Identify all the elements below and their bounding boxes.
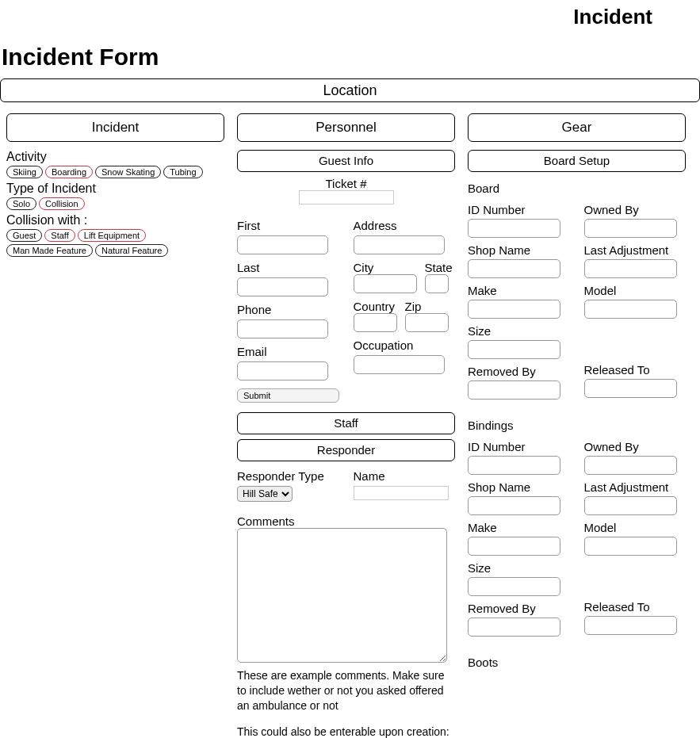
zip-label: Zip <box>405 300 449 313</box>
city-label: City <box>354 261 417 274</box>
state-input[interactable] <box>425 274 449 293</box>
board-id-input[interactable] <box>468 219 560 238</box>
staff-button[interactable]: Staff <box>237 412 455 434</box>
pill-collision[interactable]: Collision <box>39 197 85 210</box>
bindings-title: Bindings <box>468 419 686 432</box>
pill-staff[interactable]: Staff <box>44 229 75 242</box>
pill-guest[interactable]: Guest <box>6 229 42 242</box>
board-released-label: Released To <box>584 363 687 377</box>
pill-natural-feature[interactable]: Natural Feature <box>95 244 168 257</box>
type-pills: Solo Collision <box>6 197 224 210</box>
board-owned-input[interactable] <box>584 219 677 238</box>
board-adj-label: Last Adjustment <box>584 243 687 257</box>
bindings-id-label: ID Number <box>468 440 570 453</box>
bindings-adj-input[interactable] <box>584 496 677 515</box>
bindings-released-label: Released To <box>584 600 687 614</box>
board-model-input[interactable] <box>584 300 677 319</box>
last-input[interactable] <box>237 277 328 296</box>
responder-name-label: Name <box>354 469 456 483</box>
last-label: Last <box>237 261 339 274</box>
gear-column: Gear Board Setup Board ID Number Shop Na… <box>468 113 686 738</box>
board-owned-label: Owned By <box>584 203 687 216</box>
bindings-owned-label: Owned By <box>584 440 687 453</box>
state-label: State <box>425 261 453 274</box>
pill-tubing[interactable]: Tubing <box>163 166 202 178</box>
responder-button[interactable]: Responder <box>237 439 455 461</box>
board-shop-input[interactable] <box>468 259 560 278</box>
pill-solo[interactable]: Solo <box>6 197 36 210</box>
bindings-model-input[interactable] <box>584 537 677 556</box>
pill-skiing[interactable]: Skiing <box>6 166 43 178</box>
incident-column: Incident Activity Skiing Boarding Snow S… <box>6 113 224 738</box>
country-label: Country <box>354 300 397 313</box>
bindings-adj-label: Last Adjustment <box>584 480 687 494</box>
responder-type-select[interactable]: Hill Safety <box>237 486 293 502</box>
type-label: Type of Incident <box>6 182 224 196</box>
bindings-shop-input[interactable] <box>468 496 560 515</box>
address-input[interactable] <box>354 235 445 254</box>
board-removed-input[interactable] <box>468 380 560 400</box>
submit-button[interactable]: Submit <box>237 388 339 403</box>
responder-name-input[interactable] <box>354 486 449 500</box>
bindings-model-label: Model <box>584 521 687 534</box>
bindings-size-label: Size <box>468 561 570 575</box>
bindings-id-input[interactable] <box>468 456 560 475</box>
city-input[interactable] <box>354 274 417 293</box>
bindings-size-input[interactable] <box>468 577 560 596</box>
collision-label: Collision with : <box>6 213 224 228</box>
comments-textarea[interactable] <box>237 528 447 663</box>
bindings-grid: ID Number Shop Name Make Size Removed By… <box>468 437 686 637</box>
country-input[interactable] <box>354 313 397 332</box>
gear-button[interactable]: Gear <box>468 113 686 142</box>
ticket-label: Ticket # <box>237 177 455 190</box>
activity-pills: Skiing Boarding Snow Skating Tubing <box>6 166 224 178</box>
pill-man-made-feature[interactable]: Man Made Feature <box>6 244 93 257</box>
email-input[interactable] <box>237 361 328 380</box>
guest-info-button[interactable]: Guest Info <box>237 150 455 172</box>
pill-snow-skating[interactable]: Snow Skating <box>95 166 161 178</box>
email-label: Email <box>237 345 339 358</box>
bindings-released-input[interactable] <box>584 616 677 635</box>
occupation-label: Occupation <box>354 338 456 352</box>
board-removed-label: Removed By <box>468 365 570 378</box>
pill-lift-equipment[interactable]: Lift Equipment <box>78 229 146 242</box>
boots-title: Boots <box>468 656 686 669</box>
first-input[interactable] <box>237 235 328 254</box>
board-make-label: Make <box>468 284 570 297</box>
comments-note-2: This could also be enterable upon creati… <box>237 725 451 738</box>
bindings-removed-label: Removed By <box>468 602 570 615</box>
personnel-column: Personnel Guest Info Ticket # First Last… <box>237 113 455 738</box>
page-title: Incident Form <box>2 44 700 71</box>
personnel-button[interactable]: Personnel <box>237 113 455 142</box>
bindings-make-input[interactable] <box>468 537 560 556</box>
phone-input[interactable] <box>237 319 328 338</box>
collision-pills: Guest Staff Lift Equipment Man Made Feat… <box>6 229 224 257</box>
responder-type-label: Responder Type <box>237 469 339 483</box>
comments-note-1: These are example comments. Make sure to… <box>237 668 451 713</box>
board-released-input[interactable] <box>584 379 677 398</box>
board-id-label: ID Number <box>468 203 570 216</box>
activity-label: Activity <box>6 150 224 164</box>
ticket-input[interactable] <box>299 190 394 205</box>
address-label: Address <box>354 219 456 232</box>
incident-button[interactable]: Incident <box>6 113 224 142</box>
board-grid: ID Number Shop Name Make Size Removed By… <box>468 200 686 400</box>
occupation-input[interactable] <box>354 355 445 374</box>
location-bar[interactable]: Location <box>0 78 700 102</box>
board-shop-label: Shop Name <box>468 243 570 257</box>
bindings-make-label: Make <box>468 521 570 534</box>
zip-input[interactable] <box>405 313 449 332</box>
board-adj-input[interactable] <box>584 259 677 278</box>
bindings-owned-input[interactable] <box>584 456 677 475</box>
first-label: First <box>237 219 339 232</box>
board-model-label: Model <box>584 284 687 297</box>
board-setup-button[interactable]: Board Setup <box>468 150 686 172</box>
bindings-shop-label: Shop Name <box>468 480 570 494</box>
board-size-input[interactable] <box>468 340 560 359</box>
phone-label: Phone <box>237 303 339 316</box>
pill-boarding[interactable]: Boarding <box>45 166 93 178</box>
board-make-input[interactable] <box>468 300 560 319</box>
bindings-removed-input[interactable] <box>468 618 560 637</box>
board-size-label: Size <box>468 324 570 338</box>
comments-label: Comments <box>237 514 455 528</box>
